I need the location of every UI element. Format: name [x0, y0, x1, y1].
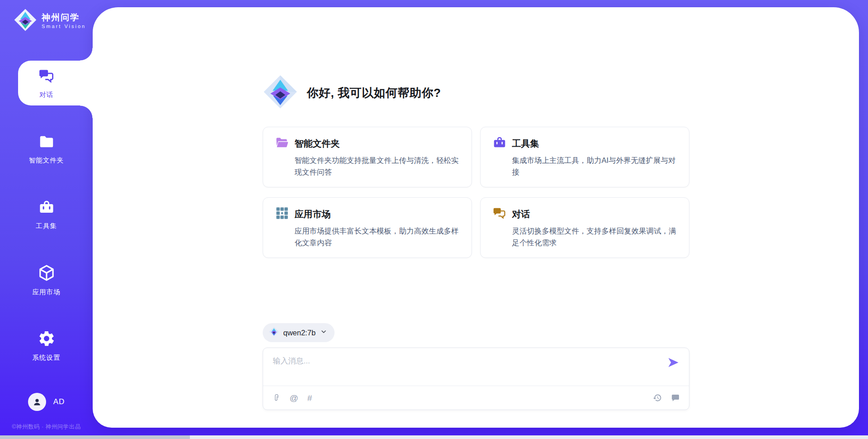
- brand-diamond-logo-small: [14, 8, 37, 33]
- main-panel: 你好, 我可以如何帮助你? 智能文件夹 智能文件夹功能支持批量文件上传与清洗，轻…: [93, 7, 859, 428]
- message-input[interactable]: [263, 348, 689, 386]
- folder-open-icon: [275, 135, 289, 152]
- card-app-market[interactable]: 应用市场 应用市场提供丰富长文本模板，助力高效生成多样化文章内容: [263, 197, 472, 258]
- apps-grid-icon: [275, 206, 289, 222]
- input-toolbar: @ #: [263, 386, 689, 410]
- horizontal-scrollbar-track[interactable]: [0, 435, 868, 439]
- sidebar-item-smart-folder[interactable]: 智能文件夹: [0, 126, 93, 171]
- model-selector[interactable]: qwen2:7b: [263, 323, 335, 342]
- toolbox-icon: [38, 199, 55, 218]
- gear-icon: [38, 329, 56, 349]
- chat-icon: [492, 206, 507, 222]
- horizontal-scrollbar-thumb[interactable]: [0, 435, 190, 439]
- sidebar-item-chat[interactable]: 对话: [0, 61, 93, 105]
- model-diamond-icon: [269, 327, 279, 339]
- brand-name: 神州问学: [42, 12, 86, 23]
- card-desc: 集成市场上主流工具，助力AI与外界无缝扩展与对接: [512, 154, 677, 178]
- card-chat[interactable]: 对话 灵活切换多模型文件，支持多样回复效果调试，满足个性化需求: [480, 197, 689, 258]
- greeting-block: 你好, 我可以如何帮助你?: [263, 74, 689, 111]
- card-title: 对话: [512, 208, 530, 220]
- card-head: 对话: [492, 207, 677, 221]
- toolbox-icon: [492, 135, 507, 152]
- active-tab-notch-bottom: [80, 105, 93, 118]
- card-head: 工具集: [492, 136, 677, 151]
- brand-diamond-logo: [263, 74, 298, 111]
- cube-icon: [38, 264, 56, 284]
- sidebar-item-label: 应用市场: [33, 288, 61, 296]
- main-content: 你好, 我可以如何帮助你? 智能文件夹 智能文件夹功能支持批量文件上传与清洗，轻…: [263, 7, 689, 428]
- card-desc: 灵活切换多模型文件，支持多样回复效果调试，满足个性化需求: [512, 225, 677, 248]
- sidebar-footer-copyright: ©神州数码 · 神州问学出品: [0, 423, 93, 431]
- sidebar-item-settings[interactable]: 系统设置: [0, 323, 93, 368]
- user-name: AD: [53, 397, 65, 406]
- card-title: 应用市场: [295, 208, 331, 220]
- card-title: 工具集: [512, 138, 539, 150]
- greeting-title: 你好, 我可以如何帮助你?: [307, 85, 441, 101]
- card-title: 智能文件夹: [295, 138, 340, 150]
- active-tab-notch-top: [80, 48, 93, 61]
- sidebar-item-label: 对话: [39, 91, 53, 99]
- sidebar-item-app-market[interactable]: 应用市场: [0, 258, 93, 302]
- mention-icon[interactable]: @: [290, 394, 298, 402]
- sidebar-user[interactable]: AD: [0, 393, 93, 411]
- card-smart-folder[interactable]: 智能文件夹 智能文件夹功能支持批量文件上传与清洗，轻松实现文件问答: [263, 127, 472, 187]
- sidebar-nav: 对话 智能文件夹 工具集: [0, 61, 93, 389]
- feature-cards: 智能文件夹 智能文件夹功能支持批量文件上传与清洗，轻松实现文件问答 工具集: [263, 127, 689, 258]
- flex-spacer: [263, 258, 689, 323]
- chat-bubble-icon[interactable]: [671, 393, 680, 402]
- brand-text: 神州问学 Smart Vision: [42, 12, 86, 29]
- card-desc: 应用市场提供丰富长文本模板，助力高效生成多样化文章内容: [295, 225, 460, 248]
- card-head: 智能文件夹: [275, 136, 460, 151]
- card-toolset[interactable]: 工具集 集成市场上主流工具，助力AI与外界无缝扩展与对接: [480, 127, 689, 187]
- chevron-down-icon: [320, 328, 327, 337]
- card-desc: 智能文件夹功能支持批量文件上传与清洗，轻松实现文件问答: [295, 154, 460, 178]
- sidebar-item-label: 智能文件夹: [29, 156, 64, 165]
- user-avatar-icon: [28, 393, 46, 411]
- sidebar: 神州问学 Smart Vision 对话 智能文件夹: [0, 0, 93, 439]
- sidebar-item-label: 工具集: [36, 222, 57, 230]
- brand-subtitle: Smart Vision: [42, 23, 86, 29]
- send-button[interactable]: [666, 356, 680, 370]
- chat-icon: [38, 67, 55, 86]
- card-head: 应用市场: [275, 207, 460, 221]
- folder-icon: [38, 133, 55, 152]
- brand: 神州问学 Smart Vision: [0, 0, 93, 33]
- history-icon[interactable]: [653, 393, 662, 402]
- sidebar-item-toolset[interactable]: 工具集: [0, 192, 93, 237]
- hashtag-icon[interactable]: #: [307, 394, 312, 402]
- attach-file-icon[interactable]: [272, 394, 281, 402]
- send-icon: [667, 363, 679, 370]
- model-label: qwen2:7b: [283, 329, 316, 337]
- sidebar-item-label: 系统设置: [33, 353, 61, 362]
- chat-input-box: @ #: [263, 348, 689, 410]
